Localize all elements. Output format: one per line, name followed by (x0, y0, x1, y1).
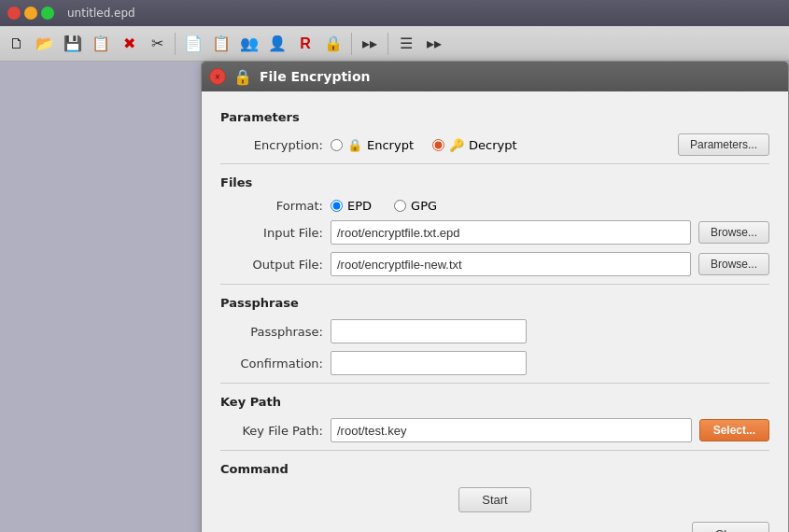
key-file-row: Key File Path: Select... (220, 418, 769, 442)
parameters-button[interactable]: Parameters... (678, 133, 769, 156)
close-button-row: Close (220, 522, 769, 532)
window-minimize-button[interactable] (24, 7, 37, 20)
toolbar-copy2-button[interactable]: 📋 (208, 31, 234, 57)
start-button-row: Start (220, 487, 769, 512)
command-section-header: Command (220, 462, 769, 476)
encrypt-option[interactable]: 🔒 Encrypt (331, 138, 414, 152)
file-encryption-dialog: × 🔒 File Encryption Parameters Encryptio… (201, 61, 789, 532)
key-file-select-button[interactable]: Select... (699, 419, 769, 441)
toolbar-separator-2 (351, 33, 352, 55)
format-radio-group: EPD GPG (331, 199, 437, 213)
input-file-browse-button[interactable]: Browse... (698, 221, 769, 244)
passphrase-input[interactable] (331, 319, 527, 343)
input-file-label: Input File: (220, 226, 323, 240)
gpg-label: GPG (411, 199, 437, 213)
title-bar: untitled.epd (0, 0, 789, 26)
window-maximize-button[interactable] (41, 7, 54, 20)
confirmation-input[interactable] (331, 351, 527, 375)
input-file-input[interactable] (331, 220, 691, 245)
toolbar: 🗋 📂 💾 📋 ✖ ✂ 📄 📋 👥 👤 R 🔒 ▸▸ ☰ ▸▸ (0, 26, 789, 62)
toolbar-new-button[interactable]: 🗋 (4, 31, 30, 57)
section-divider-2 (220, 284, 769, 285)
close-button[interactable]: Close (692, 522, 769, 532)
output-file-input[interactable] (331, 252, 691, 276)
files-section-header: Files (220, 175, 769, 189)
confirmation-label: Confirmation: (220, 357, 323, 371)
dialog-content: Parameters Encryption: 🔒 Encrypt 🔑 Decry… (202, 91, 788, 532)
decrypt-label: Decrypt (469, 138, 517, 152)
passphrase-section-header: Passphrase (220, 296, 769, 310)
app-title: untitled.epd (67, 7, 135, 20)
format-label: Format: (220, 199, 323, 213)
encryption-radio-group: 🔒 Encrypt 🔑 Decrypt (331, 138, 670, 152)
toolbar-layout-button[interactable]: ☰ (393, 31, 419, 57)
parameters-section-header: Parameters (220, 110, 769, 124)
dialog-title-icon: 🔒 (233, 68, 252, 86)
start-button[interactable]: Start (458, 487, 530, 512)
dialog-title: File Encryption (260, 69, 371, 84)
toolbar-more-button[interactable]: ▸▸ (357, 31, 383, 57)
decrypt-icon: 🔑 (449, 138, 464, 152)
dialog-close-button[interactable]: × (209, 68, 226, 85)
toolbar-doc-button[interactable]: 📄 (180, 31, 206, 57)
output-file-label: Output File: (220, 258, 323, 272)
window-close-button[interactable] (7, 7, 21, 20)
decrypt-option[interactable]: 🔑 Decrypt (432, 138, 517, 152)
window-controls (7, 7, 54, 20)
section-divider-3 (220, 383, 769, 384)
encryption-row: Encryption: 🔒 Encrypt 🔑 Decrypt Paramete… (220, 133, 769, 156)
section-divider-4 (220, 450, 769, 451)
format-row: Format: EPD GPG (220, 199, 769, 213)
passphrase-label: Passphrase: (220, 325, 323, 339)
epd-radio[interactable] (331, 200, 343, 212)
toolbar-r-button[interactable]: R (292, 31, 318, 57)
toolbar-lock-button[interactable]: 🔒 (320, 31, 346, 57)
epd-label: EPD (347, 199, 372, 213)
toolbar-extra-button[interactable]: ▸▸ (421, 31, 447, 57)
encrypt-radio[interactable] (331, 139, 343, 151)
epd-option[interactable]: EPD (331, 199, 372, 213)
encrypt-label: Encrypt (367, 138, 414, 152)
toolbar-group-button[interactable]: 👥 (236, 31, 262, 57)
toolbar-copy-button[interactable]: 📋 (88, 31, 114, 57)
toolbar-cut-button[interactable]: ✂ (144, 31, 170, 57)
confirmation-row: Confirmation: (220, 351, 769, 375)
toolbar-delete-button[interactable]: ✖ (116, 31, 142, 57)
gpg-option[interactable]: GPG (394, 199, 437, 213)
key-file-input[interactable] (331, 418, 692, 442)
toolbar-separator-3 (387, 33, 388, 55)
output-file-row: Output File: Browse... (220, 252, 769, 276)
output-file-browse-button[interactable]: Browse... (698, 253, 769, 275)
encryption-label: Encryption: (220, 138, 323, 152)
toolbar-save-button[interactable]: 💾 (60, 31, 86, 57)
decrypt-radio[interactable] (432, 139, 444, 151)
key-path-section-header: Key Path (220, 395, 769, 409)
key-file-label: Key File Path: (220, 424, 323, 438)
toolbar-separator-1 (175, 33, 176, 55)
input-file-row: Input File: Browse... (220, 220, 769, 245)
encrypt-icon: 🔒 (347, 138, 362, 152)
toolbar-open-button[interactable]: 📂 (32, 31, 58, 57)
passphrase-row: Passphrase: (220, 319, 769, 343)
section-divider-1 (220, 163, 769, 164)
dialog-title-bar: × 🔒 File Encryption (202, 62, 788, 91)
toolbar-user-button[interactable]: 👤 (264, 31, 290, 57)
gpg-radio[interactable] (394, 200, 406, 212)
